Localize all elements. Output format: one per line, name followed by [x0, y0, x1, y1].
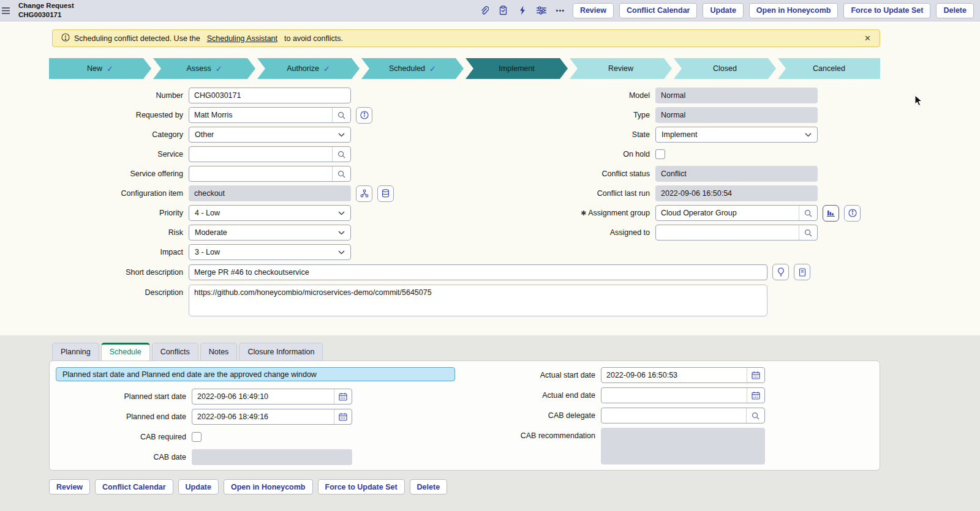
- update-button[interactable]: Update: [703, 3, 743, 18]
- risk-value: Moderate: [195, 228, 227, 237]
- cab-recommendation-label: CAB recommendation: [472, 428, 601, 444]
- flow-stage-scheduled[interactable]: Scheduled✓: [361, 58, 464, 79]
- field-description: Description https://github.com/honeycomb…: [0, 285, 980, 316]
- footer-force-to-update-set-button[interactable]: Force to Update Set: [318, 479, 405, 494]
- flow-stage-review[interactable]: Review: [570, 58, 672, 79]
- field-actual-start-date: Actual start date: [472, 367, 765, 383]
- review-button[interactable]: Review: [573, 3, 614, 18]
- tab-schedule[interactable]: Schedule: [101, 343, 150, 360]
- footer-delete-button[interactable]: Delete: [410, 479, 448, 494]
- calendar-icon[interactable]: [334, 389, 352, 404]
- database-icon[interactable]: [377, 185, 394, 202]
- priority-select[interactable]: 4 - Low: [189, 205, 351, 221]
- personalize-sliders-icon[interactable]: [535, 4, 548, 17]
- field-number: Number: [49, 88, 453, 103]
- flow-stage-implement[interactable]: Implement: [466, 58, 568, 79]
- flow-stage-canceled[interactable]: Canceled: [778, 58, 880, 79]
- actual-start-date-label: Actual start date: [472, 371, 601, 379]
- cab-date-label: CAB date: [56, 453, 192, 461]
- tab-closure-information[interactable]: Closure Information: [239, 343, 323, 360]
- scheduling-assistant-link[interactable]: Scheduling Assistant: [207, 34, 277, 43]
- type-label: Type: [453, 107, 655, 123]
- bar-chart-icon[interactable]: [823, 205, 839, 222]
- flow-stage-authorize[interactable]: Authorize✓: [257, 58, 360, 79]
- planned-start-date-input[interactable]: [192, 389, 334, 404]
- cab-delegate-search-icon[interactable]: [746, 408, 764, 423]
- footer-open-in-honeycomb-button[interactable]: Open in Honeycomb: [224, 479, 313, 494]
- on-hold-label: On hold: [453, 146, 655, 162]
- field-conflict-status: Conflict status Conflict: [453, 166, 925, 182]
- scheduling-conflict-banner: Scheduling conflict detected. Use the Sc…: [52, 29, 880, 47]
- planned-end-date-input[interactable]: [192, 409, 334, 424]
- service-search-icon[interactable]: [332, 147, 350, 162]
- assignment-group-info-icon[interactable]: [844, 205, 861, 222]
- calendar-icon[interactable]: [334, 409, 352, 424]
- flow-stage-assess[interactable]: Assess✓: [153, 58, 255, 79]
- force-to-update-set-button[interactable]: Force to Update Set: [843, 3, 930, 18]
- flow-stage-closed[interactable]: Closed: [674, 58, 776, 79]
- service-input[interactable]: [189, 147, 332, 162]
- activity-lightning-icon[interactable]: [516, 4, 529, 17]
- tab-planning[interactable]: Planning: [52, 343, 99, 360]
- hamburger-menu-icon[interactable]: [0, 0, 11, 21]
- cab-required-checkbox[interactable]: [192, 432, 202, 442]
- attachment-paperclip-icon[interactable]: [478, 4, 491, 17]
- requested-by-info-icon[interactable]: [356, 107, 372, 124]
- actual-start-date-input[interactable]: [601, 368, 747, 382]
- knowledge-book-icon[interactable]: [794, 264, 810, 280]
- risk-select[interactable]: Moderate: [189, 225, 351, 241]
- number-input[interactable]: [189, 88, 350, 103]
- category-select[interactable]: Other: [189, 127, 351, 143]
- cab-recommendation-value: [601, 428, 765, 464]
- clipboard-icon[interactable]: [497, 4, 510, 17]
- footer-review-button[interactable]: Review: [49, 479, 90, 494]
- conflict-calendar-button[interactable]: Conflict Calendar: [619, 3, 698, 18]
- field-type: Type Normal: [453, 107, 925, 123]
- short-description-input[interactable]: [189, 265, 767, 280]
- calendar-icon[interactable]: [747, 368, 764, 382]
- dependency-map-icon[interactable]: [356, 185, 372, 202]
- assigned-to-input[interactable]: [656, 225, 799, 240]
- cab-delegate-label: CAB delegate: [472, 411, 601, 420]
- assignment-group-search-icon[interactable]: [799, 206, 817, 220]
- state-select[interactable]: Implement: [655, 127, 818, 143]
- on-hold-checkbox[interactable]: [655, 149, 665, 159]
- assigned-to-search-icon[interactable]: [799, 225, 817, 240]
- flow-stage-label: Scheduled: [389, 64, 425, 73]
- field-cab-recommendation: CAB recommendation: [472, 428, 765, 464]
- delete-button[interactable]: Delete: [936, 3, 974, 18]
- footer-conflict-calendar-button[interactable]: Conflict Calendar: [95, 479, 173, 494]
- banner-text-after: to avoid conflicts.: [284, 34, 343, 43]
- description-label: Description: [49, 285, 189, 300]
- calendar-icon[interactable]: [747, 388, 764, 403]
- assignment-group-input[interactable]: [656, 206, 799, 220]
- form-tabs: Planning Schedule Conflicts Notes Closur…: [52, 343, 980, 360]
- open-in-honeycomb-button[interactable]: Open in Honeycomb: [749, 3, 839, 18]
- flow-stage-new[interactable]: New✓: [49, 58, 151, 79]
- cab-delegate-input[interactable]: [601, 408, 746, 423]
- field-category: Category Other: [49, 127, 453, 143]
- footer-update-button[interactable]: Update: [178, 479, 219, 494]
- field-service-offering: Service offering: [49, 166, 453, 182]
- more-options-icon[interactable]: •••: [554, 4, 567, 17]
- tab-notes[interactable]: Notes: [200, 343, 238, 360]
- service-offering-input[interactable]: [189, 166, 332, 181]
- flow-stage-label: Review: [608, 64, 633, 73]
- flow-stage-label: Canceled: [813, 64, 845, 73]
- field-priority: Priority 4 - Low: [49, 205, 453, 221]
- lightbulb-icon[interactable]: [772, 264, 789, 280]
- chevron-down-icon: [338, 228, 345, 237]
- actual-end-date-input[interactable]: [601, 388, 747, 403]
- requested-by-search-icon[interactable]: [332, 108, 350, 122]
- impact-select[interactable]: 3 - Low: [189, 244, 351, 260]
- field-cab-date: CAB date: [56, 449, 472, 465]
- description-textarea[interactable]: https://github.com/honeycombio/microserv…: [189, 285, 767, 316]
- change-window-info-banner: Planned start date and Planned end date …: [56, 367, 455, 381]
- service-label: Service: [49, 146, 189, 162]
- requested-by-input[interactable]: [189, 108, 332, 122]
- cab-date-value: [192, 449, 352, 465]
- banner-close-icon[interactable]: ✕: [864, 34, 871, 43]
- tab-conflicts[interactable]: Conflicts: [152, 343, 198, 360]
- short-description-label: Short description: [49, 264, 189, 280]
- service-offering-search-icon[interactable]: [332, 166, 350, 181]
